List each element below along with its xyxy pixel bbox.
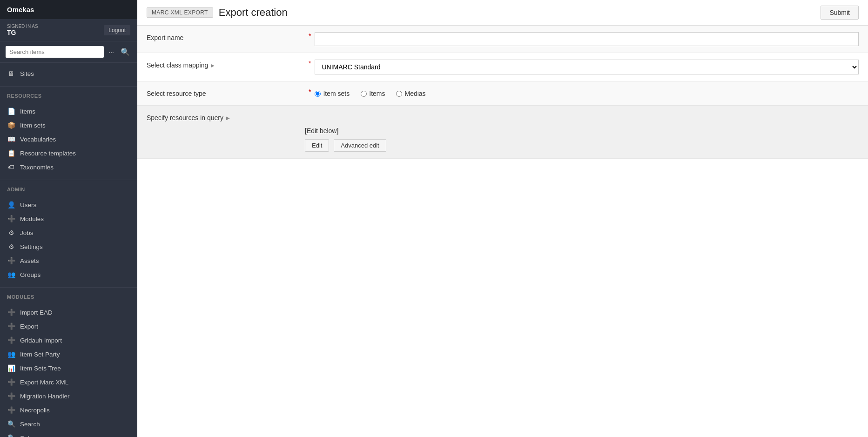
radio-item-sets[interactable]: Item sets — [315, 90, 350, 97]
search-input[interactable] — [6, 46, 104, 58]
export-name-row: Export name * — [137, 26, 868, 53]
item-sets-icon: 📦 — [7, 121, 15, 129]
sidebar: Omekas SIGNED IN AS TG Logout ··· 🔍 🖥 Si… — [0, 0, 137, 437]
admin-nav: 👤 Users ➕ Modules ⚙ Jobs ⚙ Settings ➕ As… — [0, 194, 137, 285]
specify-resources-label: Specify resources in query — [147, 114, 223, 121]
sidebar-item-import-ead[interactable]: ➕ Import EAD — [0, 305, 137, 319]
main-content: MARC XML EXPORT Export creation Submit E… — [137, 0, 868, 437]
user-section: SIGNED IN AS TG Logout — [0, 19, 137, 41]
resource-type-row: Select resource type * Item sets Items M… — [137, 81, 868, 106]
resource-type-label-area: Select resource type — [147, 88, 305, 97]
edit-button[interactable]: Edit — [305, 139, 329, 152]
edit-below-text: [Edit below] — [305, 127, 859, 134]
specify-resources-label-area: Specify resources in query ▶ — [147, 112, 305, 121]
export-marc-xml-icon: ➕ — [7, 378, 15, 386]
username-label: TG — [7, 29, 38, 36]
item-set-party-icon: 👥 — [7, 350, 15, 358]
radio-medias-input[interactable] — [396, 91, 402, 97]
sidebar-item-item-set-party[interactable]: 👥 Item Set Party — [0, 347, 137, 361]
modules-section-label: MODULES — [0, 289, 137, 302]
sidebar-item-solr[interactable]: 🔍 Solr — [0, 431, 137, 437]
sidebar-item-gridauh-import[interactable]: ➕ Gridauh Import — [0, 333, 137, 347]
form-area: Export name * Select class mapping ▶ * U… — [137, 26, 868, 437]
jobs-icon: ⚙ — [7, 229, 15, 236]
resources-nav: 📄 Items 📦 Item sets 📖 Vocabularies 📋 Res… — [0, 101, 137, 178]
app-name: Omekas — [0, 0, 137, 19]
vocabularies-icon: 📖 — [7, 135, 15, 143]
radio-items[interactable]: Items — [361, 90, 385, 97]
search-bar: ··· 🔍 — [0, 41, 137, 63]
main-nav: 🖥 Sites — [0, 63, 137, 84]
search-module-icon: 🔍 — [7, 420, 15, 428]
class-mapping-required: * — [309, 60, 311, 67]
class-mapping-control: UNIMARC Standard — [315, 60, 859, 74]
export-name-label: Export name — [147, 34, 183, 41]
search-options-button[interactable]: ··· — [107, 47, 116, 57]
specify-resources-content: [Edit below] Edit Advanced edit — [147, 127, 859, 152]
advanced-edit-button[interactable]: Advanced edit — [334, 139, 386, 152]
migration-handler-icon: ➕ — [7, 392, 15, 400]
sidebar-item-assets[interactable]: ➕ Assets — [0, 254, 137, 268]
class-mapping-label: Select class mapping — [147, 61, 208, 69]
top-bar-left: MARC XML EXPORT Export creation — [147, 7, 288, 19]
solr-icon: 🔍 — [7, 434, 15, 437]
page-title: Export creation — [219, 7, 288, 19]
resource-type-control: Item sets Items Medias — [315, 88, 859, 97]
sidebar-item-item-sets-tree[interactable]: 📊 Item Sets Tree — [0, 361, 137, 375]
sidebar-item-export[interactable]: ➕ Export — [0, 319, 137, 333]
sidebar-item-settings[interactable]: ⚙ Settings — [0, 240, 137, 254]
resources-section-label: RESOURCES — [0, 88, 137, 101]
import-ead-icon: ➕ — [7, 309, 15, 316]
signed-in-label: SIGNED IN AS — [7, 24, 38, 29]
sidebar-item-necropolis[interactable]: ➕ Necropolis — [0, 403, 137, 417]
sidebar-item-modules[interactable]: ➕ Modules — [0, 212, 137, 226]
assets-icon: ➕ — [7, 257, 15, 264]
top-bar: MARC XML EXPORT Export creation Submit — [137, 0, 868, 26]
sidebar-item-jobs[interactable]: ⚙ Jobs — [0, 226, 137, 240]
sidebar-item-items[interactable]: 📄 Items — [0, 104, 137, 118]
sidebar-item-taxonomies[interactable]: 🏷 Taxonomies — [0, 160, 137, 174]
sidebar-item-search[interactable]: 🔍 Search — [0, 417, 137, 431]
admin-section-label: ADMIN — [0, 182, 137, 194]
sidebar-item-groups[interactable]: 👥 Groups — [0, 268, 137, 282]
class-mapping-select[interactable]: UNIMARC Standard — [315, 60, 859, 74]
settings-icon: ⚙ — [7, 243, 15, 250]
export-name-label-area: Export name — [147, 32, 305, 41]
resource-type-radio-group: Item sets Items Medias — [315, 88, 859, 97]
sidebar-item-sites[interactable]: 🖥 Sites — [0, 67, 137, 81]
logout-button[interactable]: Logout — [104, 25, 130, 35]
necropolis-icon: ➕ — [7, 406, 15, 414]
resource-templates-icon: 📋 — [7, 149, 15, 157]
user-info: SIGNED IN AS TG — [7, 24, 38, 36]
taxonomies-icon: 🏷 — [7, 163, 15, 171]
export-name-control — [315, 32, 859, 46]
sidebar-item-export-marc-xml[interactable]: ➕ Export Marc XML — [0, 375, 137, 389]
sidebar-item-users[interactable]: 👤 Users — [0, 198, 137, 212]
search-submit-button[interactable]: 🔍 — [119, 47, 132, 57]
sidebar-item-resource-templates[interactable]: 📋 Resource templates — [0, 146, 137, 160]
sidebar-item-vocabularies[interactable]: 📖 Vocabularies — [0, 132, 137, 146]
gridauh-import-icon: ➕ — [7, 336, 15, 344]
items-icon: 📄 — [7, 108, 15, 115]
radio-item-sets-input[interactable] — [315, 91, 321, 97]
breadcrumb-tag[interactable]: MARC XML EXPORT — [147, 7, 213, 18]
class-mapping-label-area: Select class mapping ▶ — [147, 60, 305, 69]
submit-button[interactable]: Submit — [821, 6, 859, 20]
resource-type-label: Select resource type — [147, 90, 206, 97]
item-sets-tree-icon: 📊 — [7, 364, 15, 372]
sidebar-item-migration-handler[interactable]: ➕ Migration Handler — [0, 389, 137, 403]
users-icon: 👤 — [7, 201, 15, 208]
resource-type-required: * — [309, 88, 311, 95]
groups-icon: 👥 — [7, 271, 15, 278]
export-icon: ➕ — [7, 323, 15, 330]
sites-icon: 🖥 — [7, 70, 15, 77]
modules-icon: ➕ — [7, 215, 15, 222]
edit-buttons: Edit Advanced edit — [305, 139, 859, 152]
specify-resources-top: Specify resources in query ▶ — [147, 112, 859, 121]
export-name-input[interactable] — [315, 32, 859, 46]
export-name-required: * — [309, 32, 311, 40]
radio-items-input[interactable] — [361, 91, 367, 97]
radio-medias[interactable]: Medias — [396, 90, 425, 97]
specify-resources-row: Specify resources in query ▶ [Edit below… — [137, 106, 868, 159]
sidebar-item-item-sets[interactable]: 📦 Item sets — [0, 118, 137, 132]
